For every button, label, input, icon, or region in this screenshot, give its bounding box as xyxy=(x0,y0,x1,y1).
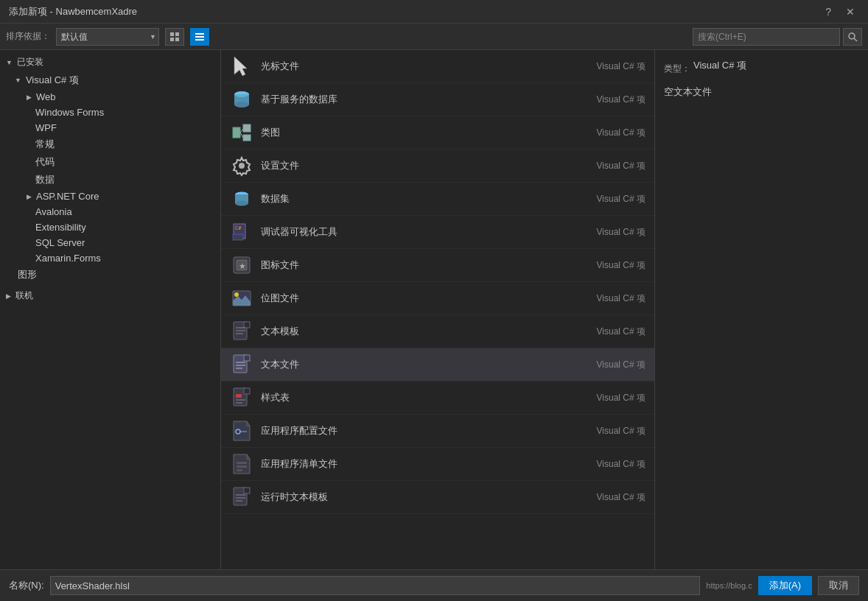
svg-rect-1 xyxy=(175,32,179,36)
bitmap-icon xyxy=(230,287,253,310)
item-category: Visual C# 项 xyxy=(597,491,645,504)
stylesheet-icon xyxy=(230,386,253,410)
dialog-title: 添加新项 - NawbemcemXadre xyxy=(9,5,137,18)
item-name: 位图文件 xyxy=(261,292,597,305)
item-name: 运行时文本模板 xyxy=(261,491,597,504)
list-item[interactable]: 数据集 Visual C# 项 xyxy=(221,183,654,216)
name-label: 名称(N): xyxy=(9,579,44,592)
list-item[interactable]: 应用程序清单文件 Visual C# 项 xyxy=(221,448,654,481)
svg-rect-50 xyxy=(237,465,247,468)
list-item[interactable]: 类图 Visual C# 项 xyxy=(221,116,654,150)
item-name: 文本文件 xyxy=(261,358,597,371)
installed-arrow-icon: ▼ xyxy=(6,59,13,66)
list-item[interactable]: 样式表 Visual C# 项 xyxy=(221,382,654,415)
section-installed[interactable]: ▼ 已安装 xyxy=(0,53,220,71)
section-installed-label: 已安装 xyxy=(17,56,43,68)
svg-point-31 xyxy=(234,292,239,297)
settings-icon xyxy=(230,154,253,178)
list-item[interactable]: 运行时文本模板 Visual C# 项 xyxy=(221,481,654,514)
cursor-file-icon xyxy=(230,55,253,78)
item-category: Visual C# 项 xyxy=(597,193,645,205)
item-category: Visual C# 项 xyxy=(597,94,645,106)
extensibility-label: Extensibility xyxy=(35,222,86,233)
tree-item-visual-csharp[interactable]: ▼ Visual C# 项 xyxy=(0,71,220,89)
item-name: 数据集 xyxy=(261,192,597,205)
sort-label: 排序依据： xyxy=(6,30,50,43)
filename-input[interactable] xyxy=(50,576,701,595)
item-category: Visual C# 项 xyxy=(597,226,645,239)
item-name: 基于服务的数据库 xyxy=(261,93,597,106)
item-name: 图标文件 xyxy=(261,259,597,272)
section-online[interactable]: ▶ 联机 xyxy=(0,287,220,305)
list-item[interactable]: 位图文件 Visual C# 项 xyxy=(221,282,654,315)
tree-item-code[interactable]: 代码 xyxy=(0,153,220,171)
tree-item-avalonia[interactable]: Avalonia xyxy=(0,204,220,219)
svg-text:★: ★ xyxy=(239,261,246,270)
app-config-icon xyxy=(230,419,253,443)
tree-item-xamarin-forms[interactable]: Xamarin.Forms xyxy=(0,250,220,266)
tree-item-normal[interactable]: 常规 xyxy=(0,136,220,153)
tree-item-wpf[interactable]: WPF xyxy=(0,120,220,136)
svg-point-13 xyxy=(234,91,249,97)
tree-item-web[interactable]: ▶ Web xyxy=(0,89,220,105)
list-item[interactable]: 基于服务的数据库 Visual C# 项 xyxy=(221,83,654,116)
list-item[interactable]: ★ 图标文件 Visual C# 项 xyxy=(221,249,654,282)
dialog-body: 排序依据： 默认值 名称 类型 ▼ xyxy=(0,24,868,601)
search-icon-button[interactable] xyxy=(843,28,862,46)
sort-dropdown-wrapper: 默认值 名称 类型 ▼ xyxy=(56,28,159,46)
help-button[interactable]: ? xyxy=(821,4,836,19)
list-item[interactable]: 光标文件 Visual C# 项 xyxy=(221,50,654,83)
visual-csharp-label: Visual C# 项 xyxy=(26,74,79,87)
svg-point-19 xyxy=(239,163,245,169)
svg-line-17 xyxy=(240,129,243,133)
close-button[interactable]: ✕ xyxy=(841,4,859,19)
search-input[interactable] xyxy=(693,28,840,46)
svg-rect-33 xyxy=(244,322,250,328)
list-view-button[interactable] xyxy=(190,28,209,46)
item-name: 光标文件 xyxy=(261,60,597,73)
svg-rect-2 xyxy=(170,38,174,41)
item-name: 类图 xyxy=(261,126,597,139)
web-label: Web xyxy=(36,91,56,102)
item-name: 应用程序清单文件 xyxy=(261,457,597,471)
tree-item-data[interactable]: 数据 xyxy=(0,171,220,189)
svg-rect-0 xyxy=(170,32,174,36)
svg-text:C#: C# xyxy=(235,225,242,231)
tree-item-windows-forms[interactable]: Windows Forms xyxy=(0,105,220,120)
tree-item-sql-server[interactable]: SQL Server xyxy=(0,235,220,250)
right-panel: 类型： Visual C# 项 空文本文件 xyxy=(654,50,868,569)
windows-forms-label: Windows Forms xyxy=(35,107,104,118)
sort-dropdown[interactable]: 默认值 名称 类型 xyxy=(56,28,159,46)
item-category: Visual C# 项 xyxy=(597,259,645,272)
runtime-text-template-icon xyxy=(230,485,253,509)
tree-item-graphics[interactable]: 图形 xyxy=(0,266,220,284)
list-item[interactable]: 应用程序配置文件 Visual C# 项 xyxy=(221,415,654,448)
manifest-icon xyxy=(230,452,253,476)
toolbar: 排序依据： 默认值 名称 类型 ▼ xyxy=(0,24,868,50)
list-item[interactable]: C# 调试器可视化工具 Visual C# 项 xyxy=(221,216,654,249)
tree-item-extensibility[interactable]: Extensibility xyxy=(0,219,220,235)
code-label: 代码 xyxy=(35,155,55,169)
item-category: Visual C# 项 xyxy=(597,458,645,471)
cancel-button[interactable]: 取消 xyxy=(818,576,859,595)
web-arrow-icon: ▶ xyxy=(27,94,32,101)
middle-panel: 光标文件 Visual C# 项 基于服务的数据库 Visual C# 项 xyxy=(221,50,654,569)
data-label: 数据 xyxy=(35,173,55,186)
list-item[interactable]: 文本模板 Visual C# 项 xyxy=(221,315,654,348)
add-button[interactable]: 添加(A) xyxy=(758,576,812,595)
list-item[interactable]: 设置文件 Visual C# 项 xyxy=(221,150,654,183)
online-arrow-icon: ▶ xyxy=(6,292,11,300)
item-category: Visual C# 项 xyxy=(597,292,645,305)
type-label: 类型： xyxy=(664,63,690,75)
normal-label: 常规 xyxy=(35,138,55,151)
grid-view-button[interactable] xyxy=(165,28,184,46)
tree-item-aspnet-core[interactable]: ▶ ASP.NET Core xyxy=(0,189,220,204)
svg-rect-43 xyxy=(244,388,250,394)
list-item-selected[interactable]: 文本文件 Visual C# 项 xyxy=(221,348,654,382)
dataset-icon xyxy=(230,187,253,211)
item-category: Visual C# 项 xyxy=(597,392,645,404)
svg-rect-5 xyxy=(195,36,204,38)
svg-rect-16 xyxy=(243,135,251,141)
bottom-actions: https://blog.c 添加(A) 取消 xyxy=(706,576,859,595)
sql-server-label: SQL Server xyxy=(35,237,85,248)
